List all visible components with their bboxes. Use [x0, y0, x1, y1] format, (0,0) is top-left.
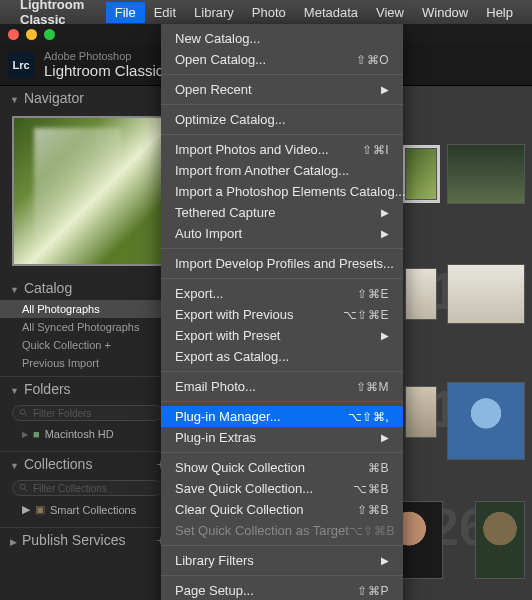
mac-menubar: Lightroom Classic FileEditLibraryPhotoMe…: [0, 0, 532, 24]
grid-thumbnail[interactable]: [405, 268, 437, 320]
menubar-item-metadata[interactable]: Metadata: [295, 2, 367, 23]
submenu-arrow-icon: ▶: [381, 555, 389, 566]
app-header-title: Lightroom Classic: [44, 62, 163, 79]
catalog-item[interactable]: All Photographs: [0, 300, 175, 318]
submenu-arrow-icon: ▶: [381, 330, 389, 341]
menu-separator: [161, 134, 403, 135]
menu-item-export-as-catalog[interactable]: Export as Catalog...: [161, 346, 403, 367]
svg-line-3: [25, 489, 28, 492]
grid-thumbnail[interactable]: [447, 382, 525, 460]
submenu-arrow-icon: ▶: [381, 84, 389, 95]
navigator-header[interactable]: ▼Navigator: [0, 86, 175, 110]
menu-item-optimize-catalog[interactable]: Optimize Catalog...: [161, 109, 403, 130]
filter-folders-input[interactable]: Filter Folders: [12, 405, 163, 421]
menu-item-open-recent[interactable]: Open Recent▶: [161, 79, 403, 100]
disclosure-triangle-icon: ▼: [10, 461, 19, 471]
folders-header[interactable]: ▼Folders: [0, 376, 175, 401]
disclosure-triangle-icon: ▶: [22, 503, 30, 516]
menu-item-tethered-capture[interactable]: Tethered Capture▶: [161, 202, 403, 223]
svg-point-2: [20, 484, 25, 489]
menubar-item-photo[interactable]: Photo: [243, 2, 295, 23]
menu-separator: [161, 74, 403, 75]
menu-item-library-filters[interactable]: Library Filters▶: [161, 550, 403, 571]
menubar-item-help[interactable]: Help: [477, 2, 522, 23]
menu-item-auto-import[interactable]: Auto Import▶: [161, 223, 403, 244]
menu-separator: [161, 248, 403, 249]
svg-line-1: [25, 414, 28, 417]
submenu-arrow-icon: ▶: [381, 207, 389, 218]
grid-thumbnail[interactable]: [405, 148, 437, 200]
filter-collections-input[interactable]: Filter Collections: [12, 480, 163, 496]
disclosure-triangle-icon: ▼: [10, 386, 19, 396]
submenu-arrow-icon: ▶: [381, 228, 389, 239]
menu-item-page-setup[interactable]: Page Setup...⇧⌘P: [161, 580, 403, 600]
search-icon: [19, 483, 29, 493]
file-menu-dropdown: New Catalog...Open Catalog...⇧⌘OOpen Rec…: [161, 24, 403, 600]
grid-thumbnail[interactable]: [447, 264, 525, 324]
menu-item-export[interactable]: Export...⇧⌘E: [161, 283, 403, 304]
disclosure-triangle-icon: ▼: [10, 285, 19, 295]
menu-separator: [161, 545, 403, 546]
menu-item-export-with-preset[interactable]: Export with Preset▶: [161, 325, 403, 346]
catalog-header[interactable]: ▼Catalog: [0, 276, 175, 300]
menubar-item-window[interactable]: Window: [413, 2, 477, 23]
menu-separator: [161, 452, 403, 453]
menu-separator: [161, 575, 403, 576]
menu-item-save-quick-collection[interactable]: Save Quick Collection...⌥⌘B: [161, 478, 403, 499]
svg-point-0: [20, 409, 25, 414]
catalog-item[interactable]: All Synced Photographs: [0, 318, 175, 336]
menubar-item-file[interactable]: File: [106, 2, 145, 23]
zoom-window-icon[interactable]: [44, 29, 55, 40]
minimize-window-icon[interactable]: [26, 29, 37, 40]
publish-services-header[interactable]: ▶Publish Services +: [0, 527, 175, 552]
navigator-preview[interactable]: [12, 116, 163, 266]
menu-item-set-quick-collection-as-target: Set Quick Collection as Target⌥⇧⌘B: [161, 520, 403, 541]
menu-item-export-with-previous[interactable]: Export with Previous⌥⇧⌘E: [161, 304, 403, 325]
menu-item-plug-in-extras[interactable]: Plug-in Extras▶: [161, 427, 403, 448]
submenu-arrow-icon: ▶: [381, 432, 389, 443]
menu-item-import-photos-and-video[interactable]: Import Photos and Video...⇧⌘I: [161, 139, 403, 160]
menu-separator: [161, 401, 403, 402]
menu-item-clear-quick-collection[interactable]: Clear Quick Collection⇧⌘B: [161, 499, 403, 520]
collections-header[interactable]: ▼Collections +: [0, 451, 175, 476]
grid-thumbnail[interactable]: [447, 144, 525, 204]
grid-thumbnail[interactable]: [405, 386, 437, 438]
app-header-subtitle: Adobe Photoshop: [44, 50, 163, 62]
menu-separator: [161, 278, 403, 279]
menu-item-import-develop-profiles-and-presets[interactable]: Import Develop Profiles and Presets...: [161, 253, 403, 274]
smart-collections-item[interactable]: ▶ ▣ Smart Collections: [0, 500, 175, 519]
menu-separator: [161, 104, 403, 105]
menubar-item-edit[interactable]: Edit: [145, 2, 185, 23]
disclosure-triangle-icon: ▶: [10, 537, 17, 547]
menu-item-new-catalog[interactable]: New Catalog...: [161, 28, 403, 49]
catalog-item[interactable]: Previous Import: [0, 354, 175, 372]
close-window-icon[interactable]: [8, 29, 19, 40]
menu-item-plug-in-manager[interactable]: Plug-in Manager...⌥⇧⌘,: [161, 406, 403, 427]
disclosure-triangle-icon: ▼: [10, 95, 19, 105]
folder-root[interactable]: ▶ ■ Macintosh HD: [0, 425, 175, 443]
left-panel: ▼Navigator ▼Catalog All PhotographsAll S…: [0, 86, 175, 600]
grid-thumbnail[interactable]: [475, 501, 525, 579]
menu-item-import-a-photoshop-elements-catalog[interactable]: Import a Photoshop Elements Catalog...: [161, 181, 403, 202]
menubar-app-title[interactable]: Lightroom Classic: [20, 0, 92, 27]
search-icon: [19, 408, 29, 418]
menubar-item-view[interactable]: View: [367, 2, 413, 23]
menu-separator: [161, 371, 403, 372]
catalog-item[interactable]: Quick Collection +: [0, 336, 175, 354]
menu-item-import-from-another-catalog[interactable]: Import from Another Catalog...: [161, 160, 403, 181]
menu-item-show-quick-collection[interactable]: Show Quick Collection⌘B: [161, 457, 403, 478]
menu-item-open-catalog[interactable]: Open Catalog...⇧⌘O: [161, 49, 403, 70]
disclosure-triangle-icon: ▶: [22, 430, 28, 439]
lightroom-logo-icon: Lrc: [8, 52, 34, 78]
menu-item-email-photo[interactable]: Email Photo...⇧⌘M: [161, 376, 403, 397]
menubar-item-library[interactable]: Library: [185, 2, 243, 23]
